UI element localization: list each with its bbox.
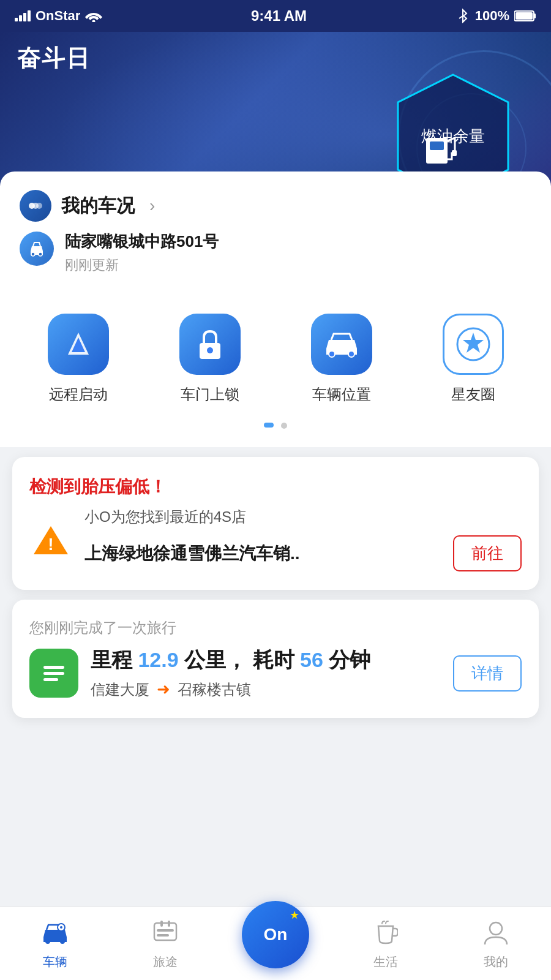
status-time: 9:41 AM — [251, 7, 307, 24]
onstar-center-button[interactable]: ★ On — [242, 901, 309, 968]
fuel-pump-icon — [421, 126, 464, 168]
door-lock-label: 车门上锁 — [181, 385, 239, 404]
mine-nav-icon — [480, 917, 512, 949]
car-status-header[interactable]: 我的车况 › — [20, 190, 531, 222]
svg-rect-25 — [43, 678, 58, 681]
car-location-icon-wrap — [311, 314, 372, 375]
remote-start-label: 远程启动 — [49, 385, 108, 404]
svg-rect-32 — [157, 929, 174, 932]
wifi-icon — [85, 10, 102, 22]
car-status-card: 我的车况 › 陆家嘴银城中路501号 刚刚更新 — [0, 172, 551, 289]
car-location-icon — [324, 330, 359, 358]
trip-body: 里程 12.9 公里， 耗时 56 分钟 信建大厦 ➜ 召稼楼古镇 详情 — [29, 647, 522, 699]
svg-rect-3 — [515, 12, 533, 20]
svg-point-30 — [60, 926, 62, 929]
goto-button[interactable]: 前往 — [453, 535, 522, 571]
warning-triangle-icon: ! — [32, 524, 69, 556]
signal-icon — [15, 10, 31, 21]
dot-active — [264, 423, 274, 428]
alert-text: 小O为您找到最近的4S店 上海绿地徐通雪佛兰汽车销.. 前往 — [84, 507, 522, 571]
bluetooth-icon — [455, 9, 470, 23]
trip-duration-unit: 分钟 — [329, 648, 370, 671]
carrier-label: OnStar — [36, 8, 80, 24]
car-status-title: 我的车况 — [61, 194, 135, 219]
bottom-navigation: 车辆 旅途 ★ On — [0, 907, 551, 980]
trip-route: 信建大厦 ➜ 召稼楼古镇 — [91, 680, 441, 699]
vehicle-icon — [42, 921, 69, 944]
action-car-location[interactable]: 车辆位置 — [276, 314, 407, 404]
nav-item-center[interactable]: ★ On — [220, 919, 331, 968]
star-icon — [455, 326, 491, 362]
location-icon-wrap — [20, 232, 54, 266]
svg-rect-35 — [168, 921, 170, 927]
hero-top-bar: 奋斗日 — [0, 32, 551, 74]
trip-info: 里程 12.9 公里， 耗时 56 分钟 信建大厦 ➜ 召稼楼古镇 — [91, 647, 441, 699]
car-status-arrow-icon: › — [149, 196, 155, 216]
trip-nav-icon — [149, 917, 181, 949]
location-updated: 刚刚更新 — [65, 256, 531, 274]
trip-icon — [152, 921, 179, 945]
svg-point-12 — [39, 252, 42, 256]
trip-detail-button[interactable]: 详情 — [453, 655, 522, 692]
svg-point-11 — [31, 252, 35, 256]
hex-content: 燃油余量 — [421, 126, 485, 147]
action-star-circle[interactable]: 星友圈 — [407, 314, 539, 404]
alert-body: ! 小O为您找到最近的4S店 上海绿地徐通雪佛兰汽车销.. 前往 — [29, 507, 522, 571]
door-lock-icon-wrap — [179, 314, 241, 375]
star-circle-label: 星友圈 — [451, 385, 495, 404]
warning-icon-wrap: ! — [29, 521, 72, 558]
svg-rect-34 — [160, 921, 163, 927]
svg-rect-7 — [452, 150, 457, 156]
battery-label: 100% — [475, 8, 509, 24]
life-nav-icon — [370, 917, 402, 949]
svg-point-36 — [490, 922, 502, 935]
trip-to: 召稼楼古镇 — [178, 680, 251, 699]
location-text: 陆家嘴银城中路501号 刚刚更新 — [65, 232, 531, 274]
trip-subtitle: 您刚刚完成了一次旅行 — [29, 618, 522, 638]
svg-point-10 — [36, 203, 42, 209]
status-right: 100% — [455, 8, 536, 24]
svg-point-16 — [207, 347, 213, 353]
trip-duration: 56 — [300, 648, 323, 671]
nav-item-life[interactable]: 生活 — [331, 917, 441, 970]
pagination-dots — [0, 417, 551, 447]
svg-rect-23 — [43, 666, 64, 669]
battery-icon — [514, 10, 536, 22]
remote-start-icon — [62, 328, 95, 361]
nav-item-mine[interactable]: 我的 — [441, 917, 551, 970]
life-nav-label: 生活 — [373, 954, 398, 970]
location-address: 陆家嘴银城中路501号 — [65, 232, 531, 252]
svg-point-18 — [348, 351, 354, 357]
onstar-label: On — [264, 926, 288, 943]
star-circle-icon-wrap — [443, 314, 504, 375]
page-title: 奋斗日 — [17, 43, 91, 74]
trip-icon-wrap — [29, 649, 78, 698]
trip-from: 信建大厦 — [91, 680, 149, 699]
svg-rect-33 — [157, 934, 169, 937]
car-location-label: 车辆位置 — [312, 385, 371, 404]
status-bar: OnStar 9:41 AM 100% — [0, 0, 551, 32]
nav-item-vehicle[interactable]: 车辆 — [0, 917, 110, 970]
dot-inactive — [281, 423, 287, 429]
trip-menu-icon — [39, 658, 69, 688]
star-decoration: ★ — [290, 908, 299, 922]
mine-nav-label: 我的 — [484, 954, 508, 970]
alert-title: 检测到胎压偏低！ — [29, 475, 522, 499]
life-icon — [373, 920, 398, 946]
alert-shop-name: 上海绿地徐通雪佛兰汽车销.. — [84, 542, 453, 565]
mine-icon — [484, 920, 508, 946]
trip-arrow-icon: ➜ — [157, 680, 170, 699]
buick-logo — [20, 190, 51, 222]
nav-item-trip[interactable]: 旅途 — [110, 917, 220, 970]
vehicle-nav-icon — [39, 917, 71, 949]
vehicle-nav-label: 车辆 — [43, 954, 67, 970]
buick-logo-svg — [26, 196, 45, 216]
alert-shop-row: 上海绿地徐通雪佛兰汽车销.. 前往 — [84, 535, 522, 571]
svg-rect-2 — [534, 13, 536, 18]
remote-start-icon-wrap — [48, 314, 109, 375]
action-door-lock[interactable]: 车门上锁 — [144, 314, 276, 404]
trip-distance-unit: 公里， — [184, 648, 247, 671]
action-remote-start[interactable]: 远程启动 — [12, 314, 144, 404]
svg-rect-24 — [43, 672, 64, 675]
alert-card: 检测到胎压偏低！ ! 小O为您找到最近的4S店 上海绿地徐通雪佛兰汽车销.. 前… — [12, 457, 539, 590]
